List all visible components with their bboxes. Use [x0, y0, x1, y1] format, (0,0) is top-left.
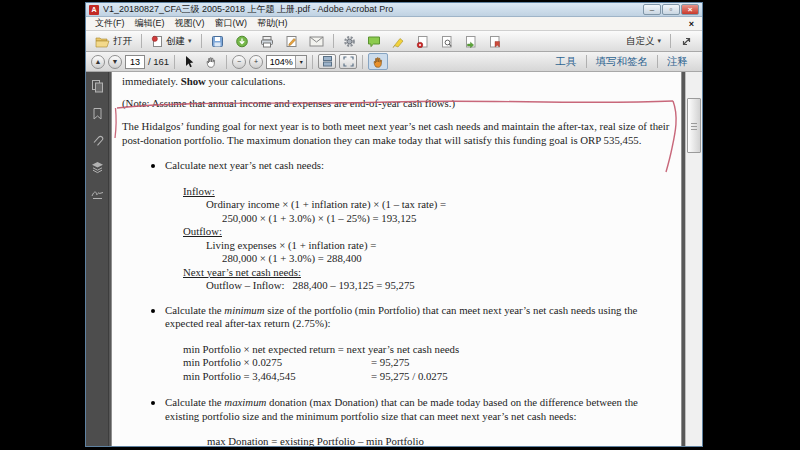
- comment-bubble-icon: [367, 35, 381, 48]
- menu-help[interactable]: 帮助(H): [252, 17, 293, 30]
- hand-icon: [205, 55, 217, 68]
- separator: [333, 34, 334, 48]
- layers-icon[interactable]: [90, 160, 104, 174]
- menu-window[interactable]: 窗口(W): [210, 17, 253, 30]
- sign-button[interactable]: [281, 33, 302, 50]
- vertical-scrollbar[interactable]: [685, 72, 702, 446]
- folder-open-icon: [95, 35, 110, 48]
- select-tool-button[interactable]: [180, 53, 198, 70]
- comment-panel-button[interactable]: 注释: [658, 55, 697, 69]
- settings-button[interactable]: [339, 33, 360, 50]
- menu-file[interactable]: 文件(F): [90, 17, 130, 30]
- separator: [201, 34, 202, 48]
- pdf-export-button[interactable]: [460, 33, 481, 50]
- menu-view[interactable]: 视图(V): [170, 17, 210, 30]
- attachments-icon[interactable]: [90, 133, 104, 147]
- scrollbar-thumb[interactable]: [687, 98, 701, 153]
- pdf-export-icon: [464, 35, 477, 48]
- expand-arrows-icon: [680, 35, 693, 48]
- pen-sign-icon: [285, 35, 298, 48]
- save-button[interactable]: [207, 33, 228, 50]
- tools-panel-button[interactable]: 工具: [547, 55, 586, 69]
- scroll-mode-button[interactable]: [318, 54, 336, 69]
- separator: [670, 34, 671, 48]
- zoom-in-button[interactable]: +: [249, 55, 263, 69]
- scrollbar-grip: [691, 123, 697, 132]
- pdf-page: immediately. Show your calculations. (No…: [111, 72, 682, 446]
- page-content: immediately. Show your calculations. (No…: [112, 72, 681, 446]
- print-icon: [260, 35, 274, 48]
- bullet-item: Calculate the minimum size of the portfo…: [122, 304, 673, 331]
- bullet-item: Calculate next year’s net cash needs:: [122, 159, 673, 173]
- close-document-icon[interactable]: ×: [685, 19, 698, 29]
- zoom-out-button[interactable]: −: [232, 55, 246, 69]
- bullet-icon: [151, 309, 155, 313]
- create-button[interactable]: 创建 ▾: [147, 33, 196, 50]
- comment-button[interactable]: [363, 33, 385, 50]
- page-thumbnails-icon[interactable]: [90, 79, 104, 93]
- separator: [174, 55, 175, 69]
- zoom-dropdown-icon[interactable]: ▾: [295, 56, 306, 68]
- chevron-down-icon: ▾: [657, 37, 661, 45]
- bullet-icon: [151, 164, 155, 168]
- pdf-search-button[interactable]: [436, 33, 457, 50]
- pdf-magnifier-icon: [440, 35, 453, 48]
- pdf-bookmark-button[interactable]: [484, 33, 505, 50]
- net-cash-line: Outflow – Inflow:288,400 – 193,125 = 95,…: [183, 279, 673, 293]
- email-button[interactable]: [305, 34, 328, 49]
- restore-button[interactable]: ▫: [662, 4, 680, 15]
- cursor-arrow-icon: [184, 55, 194, 68]
- bullet-item: Calculate the maximum donation (max Dona…: [122, 396, 673, 423]
- hand-icon: [372, 55, 384, 68]
- fill-sign-panel-button[interactable]: 填写和签名: [587, 55, 658, 69]
- create-pdf-icon: [151, 35, 163, 48]
- share-button[interactable]: [231, 33, 253, 50]
- separator: [226, 55, 227, 69]
- page-total-label: / 161: [148, 56, 169, 67]
- pdf-flag-icon: [488, 35, 501, 48]
- menubar: 文件(F) 编辑(E) 视图(V) 窗口(W) 帮助(H) ×: [86, 17, 702, 31]
- pdf-attach-button[interactable]: [412, 33, 433, 50]
- previous-page-button[interactable]: ▲: [91, 55, 105, 69]
- highlighter-icon: [392, 35, 405, 48]
- pdf-viewport[interactable]: immediately. Show your calculations. (No…: [109, 72, 702, 446]
- print-button[interactable]: [256, 33, 278, 50]
- separator: [312, 55, 313, 69]
- highlighted-paragraph: The Hidalgos’ funding goal for next year…: [122, 120, 673, 147]
- save-icon: [211, 35, 224, 48]
- customize-button[interactable]: 自定义 ▾: [622, 33, 665, 50]
- page-number-input[interactable]: [125, 55, 145, 69]
- hand-tool-button[interactable]: [201, 53, 221, 70]
- acrobat-window: A V1_20180827_CFA三级 2005-2018 上午题 上册.pdf…: [85, 2, 703, 447]
- gear-icon: [343, 35, 356, 48]
- window-title: V1_20180827_CFA三级 2005-2018 上午题 上册.pdf -…: [103, 3, 639, 16]
- cash-needs-calculation: Inflow: Ordinary income × (1 + inflation…: [183, 185, 673, 293]
- close-button[interactable]: ×: [681, 4, 699, 15]
- acrobat-icon: A: [89, 5, 99, 15]
- next-page-button[interactable]: ▼: [108, 55, 122, 69]
- minimize-button[interactable]: –: [643, 4, 661, 15]
- paragraph: immediately. Show your calculations.: [122, 75, 673, 89]
- zoom-level-control: ▾: [266, 55, 307, 69]
- min-portfolio-calculation: min Portfolio × net expected return = ne…: [183, 343, 673, 384]
- signatures-icon[interactable]: [90, 187, 104, 201]
- fullscreen-button[interactable]: [676, 33, 697, 50]
- bullet-icon: [151, 401, 155, 405]
- menu-edit[interactable]: 编辑(E): [130, 17, 170, 30]
- separator: [141, 34, 142, 48]
- panel-buttons: 工具 填写和签名 注释: [547, 55, 698, 69]
- chevron-down-icon: ▾: [188, 37, 192, 45]
- envelope-icon: [309, 36, 324, 47]
- paragraph: (Note: Assume that annual income and exp…: [122, 97, 673, 111]
- navigation-toolbar: ▲ ▼ / 161 − + ▾ 工具 填写和签名 注释: [86, 52, 702, 72]
- main-toolbar: 打开 创建 ▾ 自定义 ▾: [86, 31, 702, 52]
- zoom-level-input[interactable]: [267, 56, 295, 68]
- bookmarks-icon[interactable]: [90, 106, 104, 120]
- highlight-button[interactable]: [388, 33, 409, 50]
- open-button[interactable]: 打开: [91, 33, 136, 50]
- hand-tool-selected-button[interactable]: [368, 53, 388, 70]
- fit-window-button[interactable]: [339, 54, 357, 69]
- navigation-rail: [86, 72, 109, 446]
- titlebar[interactable]: A V1_20180827_CFA三级 2005-2018 上午题 上册.pdf…: [86, 3, 702, 17]
- separator: [362, 55, 363, 69]
